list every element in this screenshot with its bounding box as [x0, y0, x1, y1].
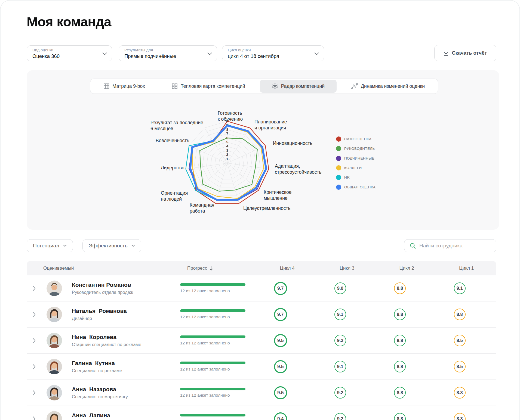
svg-text:Готовность: Готовность	[218, 110, 242, 116]
legend-item: РУКОВОДИТЕЛЬ	[336, 144, 376, 153]
score-cell-cycle2: 8.8	[370, 413, 430, 420]
score-badge: 8.3	[454, 387, 466, 399]
score-badge: 9.2	[334, 387, 346, 399]
legend-label: КОЛЛЕГИ	[344, 166, 362, 170]
score-badge: 8.8	[394, 282, 406, 294]
score-cell-cycle3: 9.1	[310, 309, 370, 320]
score-cell-cycle4: 9.4	[251, 412, 310, 420]
legend-dot	[336, 136, 341, 142]
chevron-down-icon	[63, 245, 67, 247]
progress-text: 12 из 12 анкет заполнено	[180, 341, 251, 346]
employee-role: Руководитель отдела продаж	[72, 290, 180, 295]
chevron-down-icon	[131, 245, 135, 247]
progress-cell: 12 из 12 анкет заполнено	[180, 283, 251, 293]
svg-text:Ориентация: Ориентация	[161, 190, 188, 196]
score-cell-cycle1: 8.5	[430, 361, 490, 372]
employee-row[interactable]: Анна Назарова Специалист по маркетингу 1…	[27, 380, 496, 406]
svg-text:Целеустремленность: Целеустремленность	[243, 206, 291, 211]
score-cell-cycle1: 8.3	[430, 387, 490, 399]
score-badge: 8.8	[454, 309, 466, 320]
progress-cell: 12 из 12 анкет заполнено	[180, 388, 251, 398]
legend-item: ОБЩАЯ ОЦЕНКА	[336, 182, 376, 192]
employee-row[interactable]: Нина Королева Старший специалист по рекл…	[27, 328, 496, 354]
svg-text:3: 3	[226, 148, 228, 153]
progress-text: 12 из 12 анкет заполнено	[180, 367, 251, 372]
legend-label: САМООЦЕНКА	[344, 137, 371, 141]
legend-dot	[336, 156, 341, 161]
employee-role: Специалист по рекламе	[72, 368, 180, 373]
svg-text:Критическое: Критическое	[264, 189, 291, 195]
avatar	[47, 385, 62, 400]
potential-filter-button[interactable]: Потенциал	[27, 239, 73, 252]
avatar	[47, 411, 62, 420]
score-badge: 8.8	[394, 413, 406, 420]
score-cell-cycle4: 9.7	[251, 308, 310, 321]
svg-text:на людей: на людей	[161, 196, 182, 202]
avatar-cell	[41, 411, 67, 420]
score-badge: 9.1	[334, 309, 346, 320]
legend-label: ПОДЧИНЕННЫЕ	[344, 156, 374, 160]
employee-row[interactable]: Галина Кутина Специалист по рекламе 12 и…	[27, 354, 496, 380]
score-badge: 9.5	[274, 334, 287, 347]
progress-text: 12 из 12 анкет заполнено	[180, 419, 251, 420]
svg-text:Командная: Командная	[190, 202, 214, 208]
employee-role: Старший специалист по рекламе	[72, 342, 180, 347]
score-badge: 9.2	[334, 413, 346, 420]
score-cell-cycle3: 9.2	[310, 335, 370, 346]
svg-text:мышление: мышление	[264, 195, 288, 201]
avatar-cell	[41, 359, 67, 374]
score-badge: 9.0	[334, 282, 346, 294]
expand-row-chevron[interactable]	[27, 416, 41, 420]
column-header-cycle3: Цикл 3	[317, 266, 377, 271]
expand-row-chevron[interactable]	[27, 390, 41, 396]
employee-cell: Галина Кутина Специалист по рекламе	[67, 360, 180, 373]
expand-row-chevron[interactable]	[27, 338, 41, 343]
progress-text: 12 из 12 анкет заполнено	[180, 288, 251, 293]
legend-dot	[336, 165, 341, 170]
employee-name: Анна Лапина	[72, 412, 180, 419]
svg-text:и организация: и организация	[254, 125, 286, 130]
expand-row-chevron[interactable]	[27, 364, 41, 369]
score-cell-cycle4: 9.7	[251, 282, 310, 295]
sort-desc-icon	[209, 266, 213, 270]
search-input[interactable]: Найти сотрудника	[404, 239, 496, 252]
legend-label: HR	[344, 175, 350, 179]
employee-row[interactable]: Анна Лапина Офис-менеджер 12 из 12 анкет…	[27, 406, 496, 420]
score-badge: 9.5	[274, 360, 287, 373]
score-cell-cycle4: 9.5	[251, 334, 310, 347]
progress-bar	[180, 283, 245, 286]
avatar	[47, 359, 62, 374]
legend-item: КОЛЛЕГИ	[336, 163, 376, 173]
svg-text:Результат за последние: Результат за последние	[150, 120, 203, 125]
column-header-progress[interactable]: Прогресс	[187, 266, 213, 271]
expand-row-chevron[interactable]	[27, 312, 41, 317]
svg-text:Вовлеченность: Вовлеченность	[156, 138, 189, 143]
employee-name: Анна Назарова	[72, 386, 180, 393]
svg-text:1: 1	[226, 157, 228, 161]
score-badge: 9.7	[274, 282, 287, 295]
expand-row-chevron[interactable]	[27, 286, 41, 291]
score-cell-cycle3: 9.2	[310, 387, 370, 399]
svg-text:2: 2	[226, 153, 228, 157]
progress-bar	[180, 309, 245, 312]
score-badge: 8.8	[394, 335, 406, 346]
legend-item: САМООЦЕНКА	[336, 134, 376, 144]
avatar	[47, 281, 62, 296]
score-badge: 9.2	[334, 335, 346, 346]
svg-text:работа: работа	[190, 208, 205, 214]
avatar	[47, 307, 62, 322]
employee-name: Галина Кутина	[72, 360, 180, 366]
progress-bar	[180, 362, 245, 364]
avatar-cell	[41, 281, 67, 296]
progress-cell: 12 из 12 анкет заполнено	[180, 414, 251, 420]
employee-row[interactable]: Наталья Романова Дизайнер 12 из 12 анкет…	[27, 301, 496, 328]
legend-label: РУКОВОДИТЕЛЬ	[344, 147, 375, 151]
score-badge: 9.4	[274, 412, 287, 420]
score-badge: 8.3	[454, 413, 466, 420]
employee-row[interactable]: Константин Романов Руководитель отдела п…	[27, 275, 496, 301]
legend-item: HR	[336, 173, 376, 182]
score-badge: 8.8	[394, 387, 406, 399]
employee-table-body: Константин Романов Руководитель отдела п…	[27, 275, 496, 420]
efficiency-filter-button[interactable]: Эффективность	[82, 239, 141, 252]
legend-label: ОБЩАЯ ОЦЕНКА	[344, 185, 376, 189]
